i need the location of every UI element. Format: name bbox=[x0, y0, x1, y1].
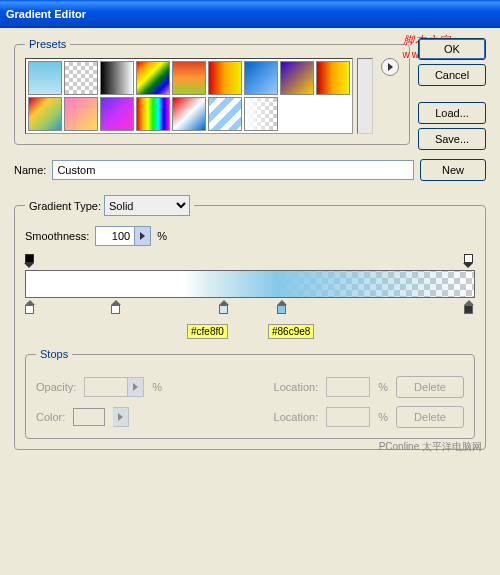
name-row: Name: New bbox=[14, 159, 486, 181]
play-icon bbox=[388, 63, 393, 71]
preset-swatch[interactable] bbox=[244, 97, 278, 131]
location1-unit: % bbox=[378, 381, 388, 393]
color-stop[interactable] bbox=[219, 300, 230, 314]
stops-legend: Stops bbox=[36, 348, 72, 360]
gradient-type-select[interactable]: Solid bbox=[104, 195, 190, 216]
preset-swatch[interactable] bbox=[28, 97, 62, 131]
preset-swatch[interactable] bbox=[172, 97, 206, 131]
preset-swatch[interactable] bbox=[208, 61, 242, 95]
location2-label: Location: bbox=[274, 411, 319, 423]
preset-swatch[interactable] bbox=[172, 61, 206, 95]
preset-swatch[interactable] bbox=[244, 61, 278, 95]
opacity-stop-right[interactable] bbox=[464, 254, 475, 268]
opacity-label: Opacity: bbox=[36, 381, 76, 393]
preset-swatch[interactable] bbox=[208, 97, 242, 131]
location2-input bbox=[326, 407, 370, 427]
delete-opacity-button: Delete bbox=[396, 376, 464, 398]
ok-button[interactable]: OK bbox=[418, 38, 486, 60]
color-stop[interactable] bbox=[111, 300, 122, 314]
name-label: Name: bbox=[14, 164, 46, 176]
presets-group: Presets bbox=[14, 38, 410, 145]
preset-swatch[interactable] bbox=[316, 61, 350, 95]
gradient-bar-area: #cfe8f0 #86c9e8 bbox=[25, 254, 475, 326]
smoothness-stepper[interactable] bbox=[135, 226, 151, 246]
opacity-input bbox=[84, 377, 128, 397]
color-stop[interactable] bbox=[277, 300, 288, 314]
title-bar: Gradient Editor bbox=[0, 0, 500, 28]
annotation-2: #86c9e8 bbox=[268, 324, 314, 339]
name-input[interactable] bbox=[52, 160, 414, 180]
color-stop[interactable] bbox=[464, 300, 475, 314]
footer-watermark: PConline 太平洋电脑网 bbox=[379, 440, 482, 454]
new-button[interactable]: New bbox=[420, 159, 486, 181]
smoothness-label: Smoothness: bbox=[25, 230, 89, 242]
location1-input bbox=[326, 377, 370, 397]
preset-swatch[interactable] bbox=[100, 61, 134, 95]
gradient-type-label: Gradient Type: bbox=[29, 200, 101, 212]
gradient-group: Gradient Type: Solid Smoothness: % #cfe8… bbox=[14, 195, 486, 450]
button-column: OK Cancel Load... Save... bbox=[418, 38, 486, 150]
preset-menu-button[interactable] bbox=[381, 58, 399, 76]
location1-label: Location: bbox=[274, 381, 319, 393]
opacity-unit: % bbox=[152, 381, 162, 393]
preset-scrollbar[interactable] bbox=[357, 58, 373, 134]
location2-unit: % bbox=[378, 411, 388, 423]
arrow-right-icon bbox=[140, 232, 145, 240]
delete-color-button: Delete bbox=[396, 406, 464, 428]
cancel-button[interactable]: Cancel bbox=[418, 64, 486, 86]
window-title: Gradient Editor bbox=[6, 8, 86, 20]
color-stop[interactable] bbox=[25, 300, 36, 314]
preset-swatch[interactable] bbox=[100, 97, 134, 131]
preset-swatch[interactable] bbox=[28, 61, 62, 95]
preset-swatch[interactable] bbox=[280, 61, 314, 95]
preset-grid bbox=[25, 58, 353, 134]
load-button[interactable]: Load... bbox=[418, 102, 486, 124]
presets-legend: Presets bbox=[25, 38, 70, 50]
smoothness-unit: % bbox=[157, 230, 167, 242]
annotation-1: #cfe8f0 bbox=[187, 324, 228, 339]
preset-swatch[interactable] bbox=[64, 97, 98, 131]
preset-swatch[interactable] bbox=[136, 61, 170, 95]
preset-swatch[interactable] bbox=[136, 97, 170, 131]
color-picker-button bbox=[113, 407, 129, 427]
preset-swatch[interactable] bbox=[64, 61, 98, 95]
stops-group: Stops Opacity: % Location: % Delete Colo… bbox=[25, 348, 475, 439]
opacity-stepper bbox=[128, 377, 144, 397]
smoothness-input[interactable] bbox=[95, 226, 135, 246]
color-well bbox=[73, 408, 105, 426]
opacity-stop-left[interactable] bbox=[25, 254, 36, 268]
save-button[interactable]: Save... bbox=[418, 128, 486, 150]
color-label: Color: bbox=[36, 411, 65, 423]
gradient-preview-bar[interactable] bbox=[25, 270, 475, 298]
